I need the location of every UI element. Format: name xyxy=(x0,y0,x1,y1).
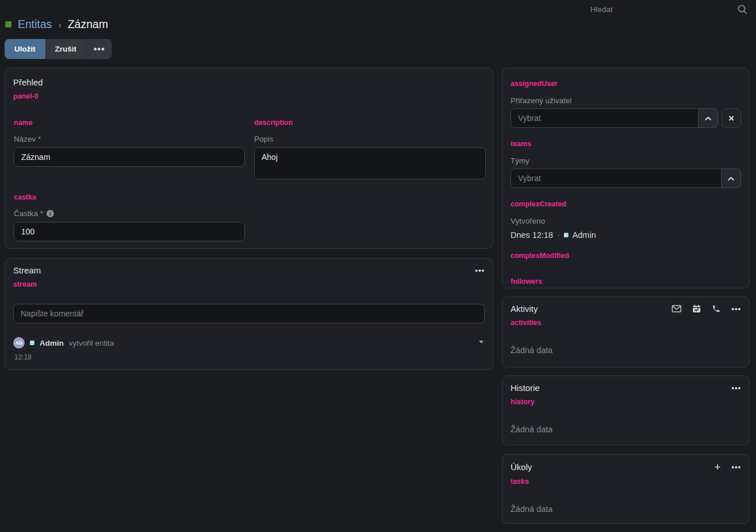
post-timestamp: 12:18 xyxy=(14,353,485,361)
breadcrumb-parent-link[interactable]: Entitas xyxy=(18,18,52,31)
search-button[interactable] xyxy=(735,2,750,17)
global-search-input[interactable] xyxy=(590,5,735,14)
entity-color-icon xyxy=(5,21,11,28)
info-icon[interactable]: i xyxy=(46,210,54,217)
field-created: complexCreated Vytvořeno Dnes 12:18 · Ad… xyxy=(511,200,741,240)
ellipsis-icon: ••• xyxy=(731,463,741,471)
assigned-user-label: Přiřazený uživatel xyxy=(511,96,741,105)
post-author-link[interactable]: Admin xyxy=(40,339,64,347)
field-castka: castka Častka * i xyxy=(14,193,245,241)
ellipsis-icon: ••• xyxy=(731,305,741,312)
tasks-menu-button[interactable]: ••• xyxy=(731,463,741,471)
page-title: Záznam xyxy=(68,18,108,31)
followers-debug-label: followers xyxy=(511,277,741,285)
field-description: description Popis Ahoj xyxy=(254,119,486,182)
ellipsis-icon: ••• xyxy=(475,267,485,274)
tasks-empty-text: Žádná data xyxy=(511,504,741,514)
stream-comment-input[interactable] xyxy=(13,304,485,323)
overview-panel-debug-label: panel-0 xyxy=(13,92,485,100)
chevron-up-icon xyxy=(704,115,712,122)
compose-email-button[interactable] xyxy=(672,305,681,312)
field-teams: teams Týmy xyxy=(511,140,741,188)
activities-panel: Aktivity xyxy=(502,296,750,367)
description-textarea[interactable]: Ahoj xyxy=(254,147,486,179)
log-call-button[interactable] xyxy=(712,304,720,313)
save-button[interactable]: Uložit xyxy=(5,39,45,59)
field-assigned-user: assignedUser Přiřazený uživatel ✕ xyxy=(511,80,741,128)
breadcrumb-separator: › xyxy=(59,19,61,30)
field-description-debug-label: description xyxy=(254,119,486,127)
overview-field-grid: name Název * description Popis Ahoj cast… xyxy=(13,119,485,241)
user-color-icon xyxy=(564,233,568,237)
history-panel: Historie ••• history Žádná data xyxy=(502,375,750,445)
teams-debug-label: teams xyxy=(511,140,741,148)
post-action-text: vytvořil entita xyxy=(69,339,114,347)
add-task-button[interactable]: + xyxy=(714,461,720,472)
created-datetime: Dnes 12:18 xyxy=(511,230,553,240)
field-castka-debug-label: castka xyxy=(14,193,245,201)
stream-post: AD Admin vytvořil entita xyxy=(13,337,485,349)
avatar[interactable]: AD xyxy=(13,337,25,349)
modified-debug-label: complexModified xyxy=(511,252,741,260)
chevron-up-icon xyxy=(727,175,735,182)
castka-input[interactable] xyxy=(14,222,245,241)
side-column: assignedUser Přiřazený uživatel ✕ teams xyxy=(502,68,750,524)
name-input[interactable] xyxy=(14,147,245,167)
activities-empty-text: Žádná data xyxy=(511,346,741,355)
activities-debug-label: activities xyxy=(511,319,741,327)
teams-select-button[interactable] xyxy=(722,169,741,188)
field-name: name Název * xyxy=(14,119,245,182)
field-name-label: Název * xyxy=(14,135,245,143)
close-icon: ✕ xyxy=(728,114,735,123)
plus-icon: + xyxy=(714,461,720,472)
overview-panel-title: Přehled xyxy=(13,77,485,87)
tasks-panel: Úkoly + ••• tasks Žádná data xyxy=(502,454,750,524)
created-by-user-link[interactable]: Admin xyxy=(572,230,596,240)
assigned-user-input[interactable] xyxy=(511,108,699,128)
envelope-icon xyxy=(672,305,681,312)
record-action-buttons: Uložit Zrušit ••• xyxy=(5,39,112,59)
field-description-label: Popis xyxy=(254,135,486,143)
activities-panel-title: Aktivity xyxy=(511,304,538,314)
user-color-icon xyxy=(30,341,34,345)
teams-label: Týmy xyxy=(511,157,741,165)
overview-panel: Přehled panel-0 name Název * description… xyxy=(5,68,493,249)
breadcrumb: Entitas › Záznam xyxy=(5,18,108,31)
ellipsis-icon: ••• xyxy=(731,384,741,392)
post-caret-down-icon[interactable] xyxy=(479,341,484,343)
calendar-check-icon xyxy=(692,304,701,313)
stream-menu-button[interactable]: ••• xyxy=(475,267,485,274)
assigned-user-debug-label: assignedUser xyxy=(511,80,741,88)
dot-separator: · xyxy=(557,230,560,240)
teams-input[interactable] xyxy=(511,169,722,188)
assigned-user-clear-button[interactable]: ✕ xyxy=(722,108,741,128)
stream-panel-debug-label: stream xyxy=(13,280,485,288)
field-castka-label: Častka * xyxy=(14,209,43,218)
created-label: Vytvořeno xyxy=(511,217,741,225)
side-panel: assignedUser Přiřazený uživatel ✕ teams xyxy=(502,68,750,288)
history-panel-title: Historie xyxy=(511,383,540,393)
created-debug-label: complexCreated xyxy=(511,200,741,208)
top-navbar xyxy=(0,0,756,18)
assigned-user-select-button[interactable] xyxy=(699,108,718,128)
stream-panel-title: Stream xyxy=(13,265,41,275)
cancel-button[interactable]: Zrušit xyxy=(45,39,87,59)
history-empty-text: Žádná data xyxy=(511,425,741,434)
main-column: Přehled panel-0 name Název * description… xyxy=(5,68,493,370)
stream-panel: Stream ••• stream AD Admin vytvořil enti… xyxy=(5,258,493,370)
phone-icon xyxy=(712,304,720,313)
tasks-panel-title: Úkoly xyxy=(511,462,532,472)
search-icon xyxy=(737,4,748,15)
history-debug-label: history xyxy=(511,398,741,406)
activities-menu-button[interactable]: ••• xyxy=(731,305,741,312)
tasks-debug-label: tasks xyxy=(511,478,741,486)
history-menu-button[interactable]: ••• xyxy=(731,384,741,392)
more-actions-button[interactable]: ••• xyxy=(86,39,112,59)
schedule-meeting-button[interactable] xyxy=(692,304,701,313)
field-name-debug-label: name xyxy=(14,119,245,127)
ellipsis-icon: ••• xyxy=(93,45,105,54)
